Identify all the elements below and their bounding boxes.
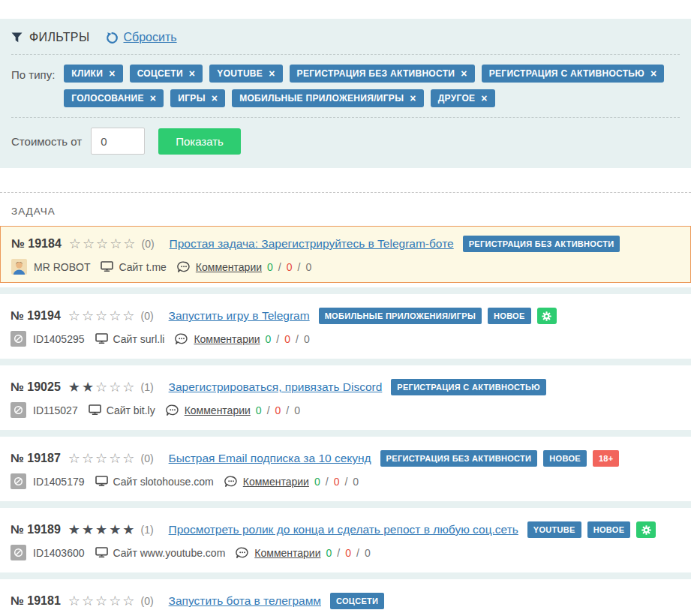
task-rating-count: (0) <box>140 452 153 464</box>
remove-chip-icon[interactable]: × <box>109 70 115 77</box>
filter-chip[interactable]: ДРУГОЕ × <box>431 89 495 107</box>
star-empty-icon[interactable]: ☆ <box>123 236 137 251</box>
star-filled-icon[interactable]: ★ <box>122 522 136 537</box>
remove-chip-icon[interactable]: × <box>212 95 218 102</box>
row-separator <box>0 425 691 441</box>
star-filled-icon[interactable]: ★ <box>95 522 109 537</box>
task-rating-count: (1) <box>140 524 153 536</box>
star-empty-icon[interactable]: ☆ <box>109 593 122 608</box>
task-rating-stars[interactable]: ★★★★★ <box>68 523 137 536</box>
monitor-icon <box>101 261 113 272</box>
count-approved: 0 <box>256 404 262 416</box>
star-empty-icon[interactable]: ☆ <box>95 451 109 466</box>
count-rejected: 0 <box>287 261 293 273</box>
reset-filters-label[interactable]: Сбросить <box>123 31 176 44</box>
remove-chip-icon[interactable]: × <box>150 95 156 102</box>
count-pending: 0 <box>305 261 311 273</box>
task-title-link[interactable]: Запустить бота в телеграмм <box>169 594 321 608</box>
task-rating-count: (1) <box>140 381 153 393</box>
comments-link[interactable]: Комментарии <box>254 547 320 559</box>
star-empty-icon[interactable]: ☆ <box>109 308 122 323</box>
price-input[interactable] <box>91 128 145 155</box>
star-empty-icon[interactable]: ☆ <box>96 236 110 251</box>
remove-chip-icon[interactable]: × <box>461 70 467 77</box>
task-title-link[interactable]: Простая задача: Зарегистрируйтесь в Tele… <box>170 237 454 251</box>
filter-chip-label: YOUTUBE <box>217 68 263 79</box>
comments-link[interactable]: Комментарии <box>196 261 262 273</box>
filter-chip[interactable]: YOUTUBE × <box>209 65 282 83</box>
comments-bubble-icon <box>236 547 249 559</box>
avatar <box>11 402 26 418</box>
star-empty-icon[interactable]: ☆ <box>110 236 123 251</box>
star-empty-icon[interactable]: ☆ <box>82 308 95 323</box>
task-badge-adult: 18+ <box>593 450 620 467</box>
filter-chip[interactable]: РЕГИСТРАЦИЯ БЕЗ АКТИВНОСТИ × <box>290 65 475 83</box>
comments-bubble-icon <box>224 476 238 488</box>
star-empty-icon[interactable]: ☆ <box>122 308 136 323</box>
task-rating-stars[interactable]: ☆☆☆☆☆ <box>68 452 137 465</box>
comments-link[interactable]: Комментарии <box>185 404 251 416</box>
task-site: Сайт surl.li <box>113 333 165 345</box>
star-filled-icon[interactable]: ★ <box>68 380 82 395</box>
task-title-link[interactable]: Просмотреть ролик до конца и сделать реп… <box>169 523 518 536</box>
remove-chip-icon[interactable]: × <box>481 95 487 102</box>
filter-chip[interactable]: РЕГИСТРАЦИЯ С АКТИВНОСТЬЮ × <box>482 65 665 83</box>
reset-filters-link[interactable]: Сбросить <box>106 31 176 44</box>
star-empty-icon[interactable]: ☆ <box>95 593 109 608</box>
monitor-icon <box>89 404 101 416</box>
row-separator <box>0 354 691 370</box>
star-empty-icon[interactable]: ☆ <box>69 236 83 251</box>
task-rating-stars[interactable]: ☆☆☆☆☆ <box>69 237 137 251</box>
star-filled-icon[interactable]: ★ <box>68 522 82 537</box>
task-rating-stars[interactable]: ★★☆☆☆ <box>68 380 137 394</box>
star-empty-icon[interactable]: ☆ <box>68 593 82 608</box>
filter-chip[interactable]: СОЦСЕТИ × <box>130 65 203 83</box>
filters-title: ФИЛЬТРЫ <box>29 31 89 44</box>
monitor-icon <box>95 547 108 558</box>
task-badge-category: РЕГИСТРАЦИЯ БЕЗ АКТИВНОСТИ <box>463 236 620 252</box>
task-number: № 19189 <box>11 523 61 536</box>
filter-chip[interactable]: ИГРЫ × <box>170 89 225 107</box>
filter-chip[interactable]: МОБИЛЬНЫЕ ПРИЛОЖЕНИЯ/ИГРЫ × <box>232 89 424 107</box>
task-rating-stars[interactable]: ☆☆☆☆☆ <box>68 309 137 323</box>
comments-link[interactable]: Комментарии <box>243 476 309 488</box>
monitor-icon <box>95 476 108 487</box>
star-empty-icon[interactable]: ☆ <box>82 593 95 608</box>
star-empty-icon[interactable]: ☆ <box>122 380 136 395</box>
count-pending: 0 <box>365 547 371 559</box>
task-rating-count: (0) <box>140 595 153 607</box>
star-filled-icon[interactable]: ★ <box>109 522 122 537</box>
show-button[interactable]: Показать <box>158 128 241 155</box>
task-title-link[interactable]: Запустить игру в Telegram <box>169 309 310 323</box>
star-empty-icon[interactable]: ☆ <box>122 451 136 466</box>
star-filled-icon[interactable]: ★ <box>82 380 95 395</box>
remove-chip-icon[interactable]: × <box>650 70 656 77</box>
star-empty-icon[interactable]: ☆ <box>95 308 109 323</box>
star-empty-icon[interactable]: ☆ <box>95 380 109 395</box>
remove-chip-icon[interactable]: × <box>410 95 416 102</box>
filter-chip-label: ГОЛОСОВАНИЕ <box>71 93 143 104</box>
star-empty-icon[interactable]: ☆ <box>109 380 122 395</box>
task-rating-stars[interactable]: ☆☆☆☆☆ <box>68 594 137 608</box>
task-title-link[interactable]: Зарегистрироваться, привязать Discord <box>169 380 383 394</box>
task-site: Сайт t.me <box>119 261 166 273</box>
filter-chip[interactable]: ГОЛОСОВАНИЕ × <box>64 89 164 107</box>
star-empty-icon[interactable]: ☆ <box>83 236 96 251</box>
star-empty-icon[interactable]: ☆ <box>109 451 122 466</box>
star-empty-icon[interactable]: ☆ <box>68 451 82 466</box>
task-title-link[interactable]: Быстрая Email подписка за 10 секунд <box>169 452 371 465</box>
remove-chip-icon[interactable]: × <box>269 70 275 77</box>
gear-badge[interactable] <box>537 308 557 324</box>
star-filled-icon[interactable]: ★ <box>82 522 95 537</box>
count-separator: / <box>344 476 347 488</box>
gear-badge[interactable] <box>636 521 656 538</box>
filter-chip[interactable]: КЛИКИ × <box>64 65 122 83</box>
task-row: № 19025 ★★☆☆☆ (1) Зарегистрироваться, пр… <box>0 370 691 425</box>
star-empty-icon[interactable]: ☆ <box>122 593 136 608</box>
count-rejected: 0 <box>284 333 290 345</box>
star-empty-icon[interactable]: ☆ <box>82 451 95 466</box>
star-empty-icon[interactable]: ☆ <box>68 308 82 323</box>
comments-link[interactable]: Комментарии <box>194 333 260 345</box>
remove-chip-icon[interactable]: × <box>189 70 195 77</box>
avatar <box>11 331 26 347</box>
